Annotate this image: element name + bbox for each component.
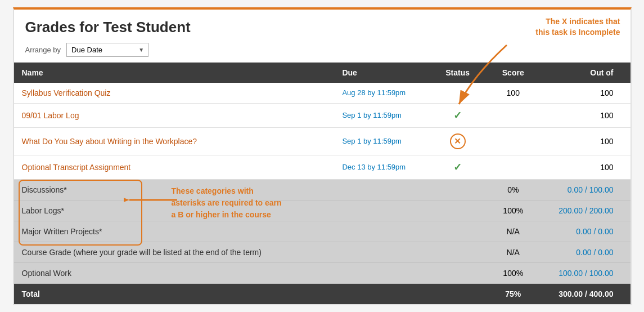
category-outof: 100.00 / 100.00 [544, 262, 630, 283]
checkmark-icon: ✓ [453, 162, 462, 173]
col-header-outof: Out of [544, 63, 630, 83]
status-cell: ✓ [433, 155, 483, 179]
category-name: Course Grade (where your grade will be l… [14, 242, 335, 262]
category-row: Optional Work100%100.00 / 100.00 [14, 262, 631, 283]
table-row: 09/01 Labor LogSep 1 by 11:59pm✓100 [14, 103, 631, 127]
category-row: Labor Logs*100%200.00 / 200.00 [14, 200, 631, 221]
page-title: Grades for Test Student [25, 19, 619, 36]
assignment-link[interactable]: What Do You Say about Writing in the Wor… [22, 137, 197, 146]
category-score: N/A [482, 242, 544, 262]
x-circle-icon: ✕ [450, 133, 466, 149]
arrange-label: Arrange by [25, 46, 61, 54]
assignment-link[interactable]: Syllabus Verification Quiz [22, 88, 111, 97]
grades-table: Name Due Status Score Out of Syllabus Ve… [14, 63, 631, 304]
table-row: Optional Transcript AssignmentDec 13 by … [14, 155, 631, 179]
category-row: Discussions*0%0.00 / 100.00 [14, 179, 631, 200]
table-body: Syllabus Verification QuizAug 28 by 11:5… [14, 83, 631, 304]
outof-value: 100 [544, 155, 630, 179]
assignment-link[interactable]: 09/01 Labor Log [22, 111, 79, 120]
arrow-x-icon [428, 42, 518, 115]
due-date: Aug 28 by 11:59pm [334, 83, 433, 104]
category-outof: 0.00 / 100.00 [544, 179, 630, 200]
category-row: Course Grade (where your grade will be l… [14, 242, 631, 262]
category-score: 100% [482, 200, 544, 221]
outof-value: 100 [544, 103, 630, 127]
score-value [482, 155, 544, 179]
arrow-asterisk-icon [124, 183, 180, 217]
category-name: Major Written Projects* [14, 221, 335, 242]
category-score: 0% [482, 179, 544, 200]
due-date: Sep 1 by 11:59pm [334, 103, 433, 127]
arrange-select[interactable]: Due Date Assignment Group Module Title [66, 43, 148, 57]
due-date: Sep 1 by 11:59pm [334, 127, 433, 155]
total-row: Total75%300.00 / 400.00 [14, 283, 631, 304]
col-header-due: Due [334, 63, 433, 83]
total-label: Total [14, 283, 335, 304]
outof-value: 100 [544, 127, 630, 155]
category-score: 100% [482, 262, 544, 283]
category-row: Major Written Projects*N/A0.00 / 0.00 [14, 221, 631, 242]
category-name: Optional Work [14, 262, 335, 283]
status-cell: ✕ [433, 127, 483, 155]
category-outof: 0.00 / 0.00 [544, 242, 630, 262]
arrange-select-wrapper[interactable]: Due Date Assignment Group Module Title [66, 43, 148, 57]
table-row: What Do You Say about Writing in the Wor… [14, 127, 631, 155]
category-outof: 200.00 / 200.00 [544, 200, 630, 221]
annotation-x-label: The X indicates that this task is Incomp… [535, 16, 620, 38]
assignment-link[interactable]: Optional Transcript Assignment [22, 163, 131, 172]
col-header-name: Name [14, 63, 335, 83]
outof-value: 100 [544, 83, 630, 104]
total-outof: 300.00 / 400.00 [544, 283, 630, 304]
annotation-asterisk-label: These categories with asterisks are requ… [172, 185, 282, 221]
category-score: N/A [482, 221, 544, 242]
due-date: Dec 13 by 11:59pm [334, 155, 433, 179]
table-header: Name Due Status Score Out of [14, 63, 631, 83]
table-row: Syllabus Verification QuizAug 28 by 11:5… [14, 83, 631, 104]
category-outof: 0.00 / 0.00 [544, 221, 630, 242]
score-value [482, 127, 544, 155]
total-score: 75% [482, 283, 544, 304]
arrange-row: Arrange by Due Date Assignment Group Mod… [25, 43, 619, 57]
